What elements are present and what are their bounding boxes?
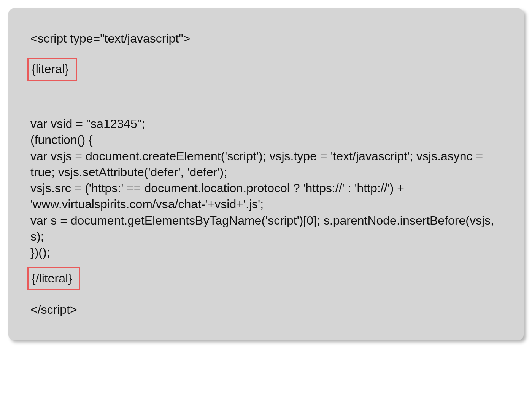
- highlight-literal-close: {/literal}: [27, 267, 80, 290]
- code-line-body-2: (function() {: [30, 132, 502, 148]
- code-line-literal-close: {/literal}: [32, 271, 72, 285]
- code-line-body-3: var vsjs = document.createElement('scrip…: [30, 148, 502, 180]
- code-line-body-5: var s = document.getElementsByTagName('s…: [30, 212, 502, 244]
- code-line-body-4: vsjs.src = ('https:' == document.locatio…: [30, 180, 502, 212]
- code-line-body-6: })();: [30, 244, 502, 260]
- code-line-script-open: <script type="text/javascript">: [30, 30, 502, 46]
- code-snippet-panel: <script type="text/javascript"> {literal…: [8, 8, 524, 340]
- code-line-body-1: var vsid = "sa12345";: [30, 116, 502, 132]
- code-line-script-close: </script>: [30, 302, 502, 317]
- highlight-literal-open: {literal}: [27, 58, 77, 81]
- code-line-literal-open: {literal}: [32, 62, 69, 76]
